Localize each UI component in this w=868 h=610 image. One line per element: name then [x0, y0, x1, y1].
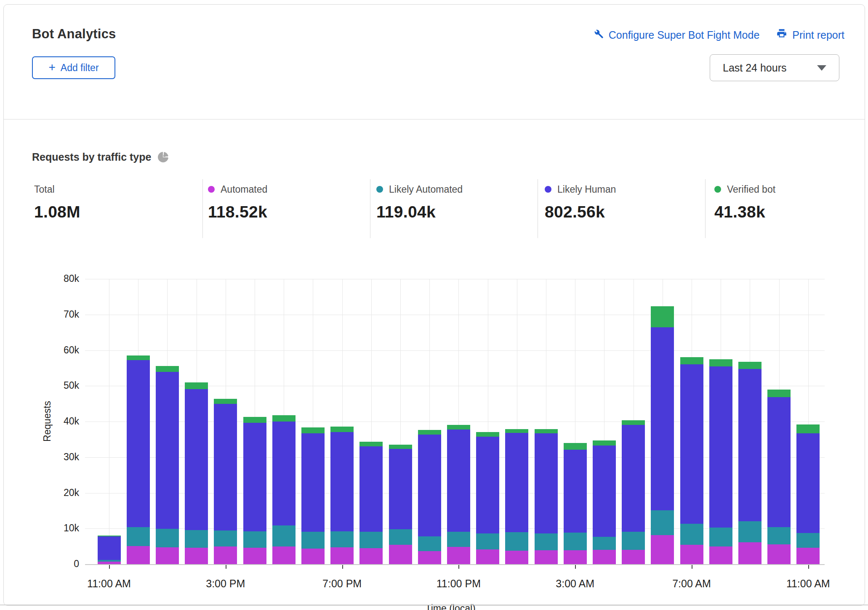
- bar-segment-likely-automated[interactable]: [127, 527, 150, 546]
- bar-segment-likely-automated[interactable]: [214, 530, 237, 546]
- bar-segment-verified-bot[interactable]: [447, 425, 470, 429]
- bar-segment-automated[interactable]: [330, 547, 354, 564]
- bar-segment-verified-bot[interactable]: [593, 440, 616, 446]
- bar-segment-likely-automated[interactable]: [651, 510, 674, 535]
- bar-segment-likely-automated[interactable]: [389, 529, 412, 545]
- bar-segment-likely-automated[interactable]: [301, 532, 325, 549]
- bar-segment-verified-bot[interactable]: [272, 415, 296, 422]
- bar-segment-automated[interactable]: [622, 550, 645, 564]
- bar-segment-likely-automated[interactable]: [738, 521, 761, 542]
- bar-segment-automated[interactable]: [564, 550, 587, 564]
- bar-segment-verified-bot[interactable]: [330, 427, 354, 432]
- bar-segment-automated[interactable]: [680, 545, 703, 564]
- bar-segment-likely-human[interactable]: [359, 446, 383, 532]
- bar-segment-verified-bot[interactable]: [622, 420, 645, 425]
- bar-segment-verified-bot[interactable]: [535, 429, 558, 433]
- bar-segment-automated[interactable]: [709, 546, 732, 564]
- bar-segment-likely-human[interactable]: [709, 366, 732, 527]
- bar-segment-likely-human[interactable]: [272, 422, 296, 525]
- bar-segment-likely-human[interactable]: [680, 364, 703, 524]
- bar-segment-verified-bot[interactable]: [564, 443, 587, 450]
- bar-segment-likely-human[interactable]: [505, 433, 528, 532]
- bar-segment-automated[interactable]: [738, 542, 761, 564]
- bar-segment-likely-automated[interactable]: [359, 532, 383, 548]
- bar-segment-likely-human[interactable]: [156, 372, 179, 529]
- bar-segment-verified-bot[interactable]: [185, 382, 208, 389]
- bar-segment-likely-human[interactable]: [651, 327, 674, 510]
- bar-segment-likely-automated[interactable]: [447, 532, 470, 547]
- bar-segment-verified-bot[interactable]: [301, 427, 325, 433]
- bar-segment-automated[interactable]: [156, 547, 179, 564]
- bar-segment-likely-human[interactable]: [767, 397, 791, 527]
- bar-segment-likely-human[interactable]: [330, 432, 354, 531]
- bar-segment-verified-bot[interactable]: [709, 359, 732, 367]
- bar-segment-likely-human[interactable]: [418, 435, 441, 536]
- bar-segment-likely-automated[interactable]: [622, 532, 645, 549]
- bar-segment-likely-human[interactable]: [98, 536, 121, 560]
- bar-segment-likely-human[interactable]: [476, 437, 499, 533]
- bar-segment-verified-bot[interactable]: [651, 306, 674, 327]
- bar-segment-automated[interactable]: [476, 549, 499, 564]
- bar-segment-likely-automated[interactable]: [98, 560, 121, 562]
- bar-segment-verified-bot[interactable]: [796, 424, 820, 433]
- bar-segment-likely-human[interactable]: [389, 449, 412, 529]
- bar-segment-automated[interactable]: [243, 548, 266, 564]
- bar-segment-likely-automated[interactable]: [272, 525, 296, 546]
- bar-segment-automated[interactable]: [127, 546, 150, 564]
- bar-segment-likely-human[interactable]: [796, 433, 820, 533]
- bar-segment-likely-automated[interactable]: [767, 527, 791, 544]
- bar-segment-likely-automated[interactable]: [243, 531, 266, 548]
- bar-segment-automated[interactable]: [185, 548, 208, 564]
- bar-segment-automated[interactable]: [214, 546, 237, 564]
- bar-segment-verified-bot[interactable]: [767, 390, 791, 397]
- bar-segment-verified-bot[interactable]: [98, 536, 121, 536]
- bar-segment-likely-automated[interactable]: [593, 537, 616, 550]
- bar-segment-automated[interactable]: [593, 550, 616, 564]
- bar-segment-likely-human[interactable]: [622, 425, 645, 532]
- bar-segment-likely-human[interactable]: [593, 446, 616, 537]
- bar-segment-verified-bot[interactable]: [476, 432, 499, 437]
- bar-segment-automated[interactable]: [272, 546, 296, 564]
- bar-segment-verified-bot[interactable]: [505, 429, 528, 433]
- bar-segment-likely-human[interactable]: [185, 389, 208, 530]
- bar-segment-likely-automated[interactable]: [505, 532, 528, 551]
- add-filter-button[interactable]: + Add filter: [32, 56, 115, 79]
- bar-segment-automated[interactable]: [535, 550, 558, 564]
- bar-segment-likely-human[interactable]: [447, 430, 470, 532]
- bar-segment-likely-human[interactable]: [738, 369, 761, 521]
- bar-segment-verified-bot[interactable]: [738, 362, 761, 369]
- bar-segment-likely-automated[interactable]: [709, 528, 732, 546]
- configure-super-bot-fight-mode-link[interactable]: Configure Super Bot Fight Mode: [593, 28, 760, 42]
- bar-segment-verified-bot[interactable]: [359, 442, 383, 446]
- bar-segment-likely-automated[interactable]: [796, 533, 820, 548]
- bar-segment-likely-automated[interactable]: [680, 524, 703, 545]
- bar-segment-likely-automated[interactable]: [330, 531, 354, 547]
- bar-segment-likely-automated[interactable]: [418, 536, 441, 551]
- bar-segment-verified-bot[interactable]: [418, 430, 441, 435]
- bar-segment-verified-bot[interactable]: [389, 445, 412, 449]
- bar-segment-likely-automated[interactable]: [564, 533, 587, 550]
- bar-segment-likely-human[interactable]: [564, 450, 587, 533]
- bar-segment-likely-human[interactable]: [214, 404, 237, 530]
- bar-segment-automated[interactable]: [301, 549, 325, 564]
- bar-segment-verified-bot[interactable]: [680, 357, 703, 364]
- bar-segment-likely-human[interactable]: [535, 433, 558, 533]
- bar-segment-likely-automated[interactable]: [476, 533, 499, 550]
- bar-segment-likely-automated[interactable]: [535, 533, 558, 550]
- bar-segment-verified-bot[interactable]: [127, 355, 150, 360]
- bar-segment-verified-bot[interactable]: [156, 366, 179, 372]
- bar-segment-likely-human[interactable]: [301, 433, 325, 532]
- bar-segment-verified-bot[interactable]: [243, 417, 266, 423]
- time-range-select[interactable]: Last 24 hours: [710, 54, 839, 81]
- bar-segment-likely-human[interactable]: [243, 423, 266, 531]
- bar-segment-likely-automated[interactable]: [156, 529, 179, 547]
- bar-segment-likely-automated[interactable]: [185, 530, 208, 548]
- bar-segment-automated[interactable]: [796, 548, 820, 564]
- bar-segment-automated[interactable]: [651, 535, 674, 564]
- bar-segment-automated[interactable]: [505, 551, 528, 564]
- bar-segment-verified-bot[interactable]: [214, 399, 237, 404]
- print-report-link[interactable]: Print report: [776, 28, 844, 42]
- bar-segment-automated[interactable]: [389, 545, 412, 564]
- bar-segment-likely-human[interactable]: [127, 360, 150, 527]
- bar-segment-automated[interactable]: [418, 551, 441, 564]
